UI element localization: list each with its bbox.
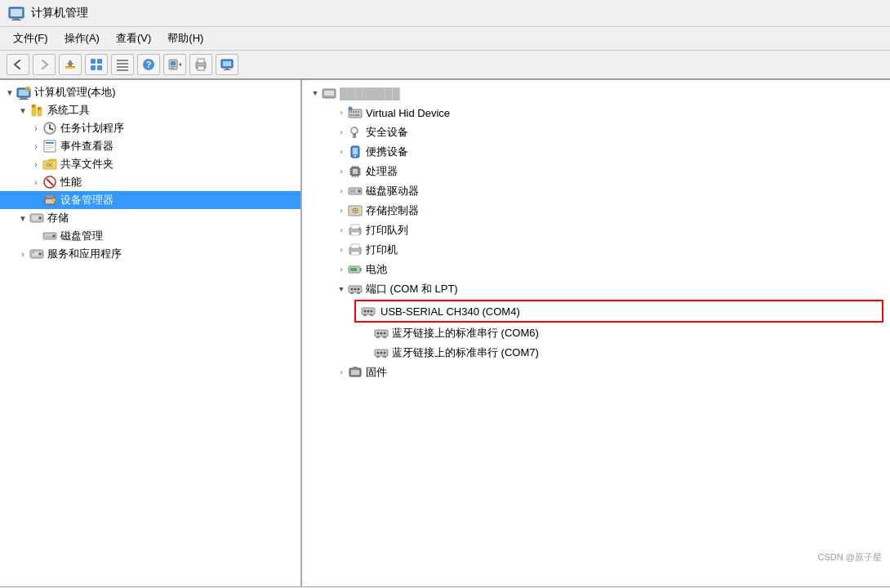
bt-com6-arrow [361, 327, 374, 340]
device-usb-serial[interactable]: USB-SERIAL CH340 (COM4) [354, 300, 883, 323]
svg-rect-140 [383, 336, 386, 338]
device-bt-com6[interactable]: 蓝牙链接上的标准串行 (COM6) [302, 323, 890, 343]
tree-services[interactable]: › 服务和应用程序 [0, 245, 300, 263]
root-icon [16, 85, 31, 100]
device-processor[interactable]: › 处理器 [302, 162, 890, 181]
tree-event-viewer[interactable]: › 事件查看器 [0, 137, 300, 155]
svg-rect-78 [358, 111, 359, 113]
print-queue-label: 打印队列 [366, 223, 408, 238]
com-ports-arrow[interactable]: ▼ [335, 283, 348, 296]
device-printer[interactable]: › 打印机 [302, 240, 890, 260]
device-item-top[interactable]: ▼ ████████ [302, 83, 890, 103]
bt-com6-icon [374, 326, 389, 341]
system-tools-label: 系统工具 [47, 103, 90, 118]
svg-rect-31 [20, 97, 27, 99]
svg-rect-7 [91, 59, 96, 64]
system-tools-toggle[interactable]: ▼ [16, 104, 29, 117]
help-button[interactable]: ? [137, 54, 160, 75]
back-button[interactable] [7, 54, 29, 75]
tree-disk-management[interactable]: 磁盘管理 [0, 227, 300, 245]
svg-point-62 [39, 217, 41, 219]
view-button[interactable] [85, 54, 108, 75]
svg-rect-145 [376, 356, 380, 358]
monitor-button[interactable] [216, 54, 238, 75]
storage-label: 存储 [47, 211, 69, 225]
svg-line-54 [47, 179, 53, 185]
svg-point-83 [351, 127, 358, 134]
svg-point-144 [384, 352, 386, 354]
tree-task-scheduler[interactable]: › 任务计划程序 [0, 119, 300, 137]
root-toggle[interactable]: ▼ [3, 86, 16, 99]
device-bt-com7[interactable]: 蓝牙链接上的标准串行 (COM7) [302, 343, 890, 363]
firmware-arrow[interactable]: › [335, 366, 348, 379]
svg-rect-11 [117, 60, 128, 61]
portable-arrow[interactable]: › [335, 145, 348, 158]
task-toggle[interactable]: › [29, 122, 42, 135]
virtual-hid-arrow[interactable]: › [335, 106, 348, 119]
tree-device-manager[interactable]: 设备管理器 [0, 191, 300, 209]
menu-action[interactable]: 操作(A) [58, 29, 106, 48]
event-toggle[interactable]: › [29, 140, 42, 153]
system-tools-icon [29, 103, 44, 118]
shared-toggle[interactable]: › [29, 158, 42, 171]
svg-rect-119 [351, 252, 359, 255]
printer-arrow[interactable]: › [335, 243, 348, 256]
tree-shared-folders[interactable]: › 共享文件夹 [0, 155, 300, 173]
tree-storage[interactable]: ▼ 存储 [0, 209, 300, 227]
svg-rect-122 [350, 268, 357, 271]
device-virtual-hid[interactable]: › Virtual Hid Device [302, 103, 890, 122]
disk-drive-icon [348, 184, 363, 198]
svg-rect-12 [117, 63, 128, 65]
processor-label: 处理器 [366, 164, 398, 179]
top-expand-arrow[interactable]: ▼ [309, 87, 322, 100]
svg-rect-114 [351, 225, 359, 229]
device-portable[interactable]: › 便携设备 [302, 142, 890, 162]
play-button[interactable] [163, 54, 186, 75]
tree-system-tools[interactable]: ▼ 系统工具 [0, 101, 300, 119]
svg-rect-32 [19, 99, 29, 100]
services-toggle[interactable]: › [16, 247, 29, 261]
svg-rect-10 [97, 65, 102, 70]
firmware-icon [348, 365, 363, 380]
storage-toggle[interactable]: ▼ [16, 212, 29, 225]
list-button[interactable] [111, 54, 134, 75]
left-panel: ▼ 计算机管理(本地) ▼ [0, 80, 302, 586]
svg-point-125 [354, 288, 357, 291]
menu-help[interactable]: 帮助(H) [161, 29, 210, 48]
security-arrow[interactable]: › [335, 126, 348, 139]
device-print-queue[interactable]: › 打印队列 [302, 220, 890, 240]
device-firmware[interactable]: › 固件 [302, 363, 890, 382]
tree-performance[interactable]: › 性能 [0, 173, 300, 191]
com-ports-label: 端口 (COM 和 LPT) [366, 282, 458, 296]
devmgr-toggle[interactable] [29, 194, 42, 207]
svg-rect-133 [363, 314, 367, 316]
svg-rect-47 [46, 147, 54, 148]
device-com-ports[interactable]: ▼ 端口 (COM 和 LPT) [302, 279, 890, 299]
print-button[interactable] [189, 54, 212, 75]
disk-drive-label: 磁盘驱动器 [366, 184, 419, 198]
device-storage-ctrl[interactable]: › 存储控制器 [302, 201, 890, 220]
perf-toggle[interactable]: › [29, 176, 42, 189]
storage-ctrl-icon [348, 203, 363, 218]
bt-com7-arrow [361, 346, 374, 359]
device-battery[interactable]: › 电池 [302, 260, 890, 279]
svg-rect-5 [65, 66, 75, 67]
battery-label: 电池 [366, 262, 387, 277]
device-security[interactable]: › 安全设备 [302, 122, 890, 142]
battery-arrow[interactable]: › [335, 263, 348, 276]
usb-serial-label: USB-SERIAL CH340 (COM4) [380, 305, 520, 318]
up-button[interactable] [59, 54, 82, 75]
device-disk-drive[interactable]: › 磁盘驱动器 [302, 181, 890, 201]
print-queue-arrow[interactable]: › [335, 224, 348, 237]
storage-ctrl-arrow[interactable]: › [335, 204, 348, 217]
shared-icon [42, 157, 57, 172]
menu-view[interactable]: 查看(V) [109, 29, 158, 48]
tree-root[interactable]: ▼ 计算机管理(本地) [0, 83, 300, 101]
processor-arrow[interactable]: › [335, 165, 348, 178]
services-icon [29, 247, 44, 261]
forward-button[interactable] [33, 54, 56, 75]
svg-point-124 [351, 288, 354, 291]
menu-file[interactable]: 文件(F) [7, 29, 55, 48]
disk-drive-arrow[interactable]: › [335, 185, 348, 198]
disk-toggle[interactable] [29, 229, 42, 243]
